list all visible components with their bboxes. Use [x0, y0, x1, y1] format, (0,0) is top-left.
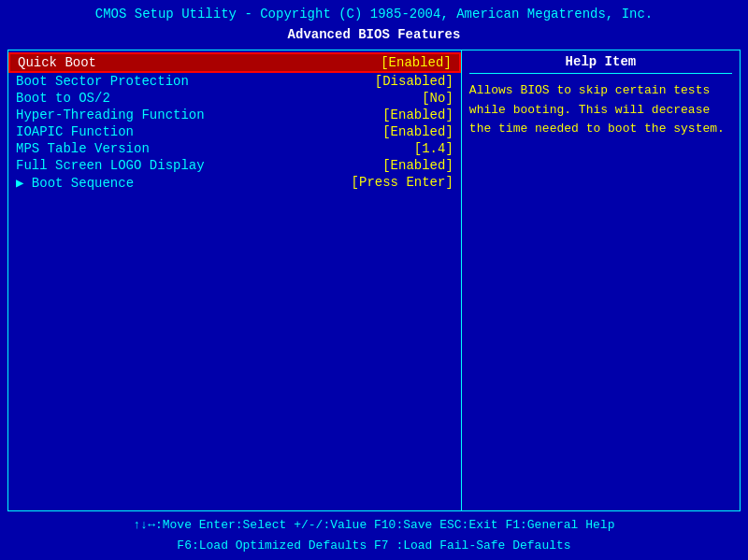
menu-item-4[interactable]: IOAPIC Function[Enabled]	[8, 123, 461, 140]
menu-item-name-1: Boot Sector Protection	[16, 74, 189, 89]
header-line2: Advanced BIOS Features	[7, 24, 741, 45]
menu-item-name-2: Boot to OS/2	[16, 91, 110, 106]
menu-item-value-1: [Disabled]	[375, 74, 453, 89]
menu-panel: Quick Boot[Enabled]Boot Sector Protectio…	[8, 50, 462, 510]
menu-item-7[interactable]: ▶ Boot Sequence[Press Enter]	[8, 174, 461, 192]
menu-item-value-6: [Enabled]	[382, 158, 453, 173]
menu-item-value-5: [1.4]	[414, 141, 453, 156]
menu-item-value-4: [Enabled]	[382, 124, 453, 139]
menu-item-name-7: ▶ Boot Sequence	[16, 175, 134, 191]
menu-item-name-4: IOAPIC Function	[16, 124, 134, 139]
menu-item-3[interactable]: Hyper-Threading Function[Enabled]	[8, 107, 461, 123]
menu-item-5[interactable]: MPS Table Version[1.4]	[8, 140, 461, 157]
menu-item-2[interactable]: Boot to OS/2[No]	[8, 90, 461, 107]
help-text: Allows BIOS to skip certain tests while …	[469, 81, 732, 139]
menu-item-name-5: MPS Table Version	[16, 141, 150, 156]
menu-item-value-0: [Enabled]	[381, 55, 452, 70]
menu-item-value-2: [No]	[422, 91, 453, 106]
menu-item-name-0: Quick Boot	[18, 55, 96, 70]
menu-item-0[interactable]: Quick Boot[Enabled]	[8, 52, 461, 73]
menu-item-value-3: [Enabled]	[382, 108, 453, 122]
menu-item-name-3: Hyper-Threading Function	[16, 108, 205, 122]
menu-item-1[interactable]: Boot Sector Protection[Disabled]	[8, 73, 461, 90]
header-line1: CMOS Setup Utility - Copyright (C) 1985-…	[7, 4, 741, 24]
bios-footer: ↑↓↔:Move Enter:Select +/-/:Value F10:Sav…	[7, 515, 741, 556]
main-area: Quick Boot[Enabled]Boot Sector Protectio…	[7, 50, 741, 511]
footer-line1: ↑↓↔:Move Enter:Select +/-/:Value F10:Sav…	[7, 515, 741, 536]
help-panel: Help Item Allows BIOS to skip certain te…	[462, 50, 740, 510]
bios-screen: CMOS Setup Utility - Copyright (C) 1985-…	[0, 0, 748, 560]
menu-item-name-6: Full Screen LOGO Display	[16, 158, 205, 173]
bios-header: CMOS Setup Utility - Copyright (C) 1985-…	[7, 4, 741, 46]
menu-item-value-7: [Press Enter]	[352, 175, 453, 191]
help-title: Help Item	[469, 54, 732, 74]
menu-item-6[interactable]: Full Screen LOGO Display[Enabled]	[8, 157, 461, 174]
footer-line2: F6:Load Optimized Defaults F7 :Load Fail…	[7, 536, 741, 556]
